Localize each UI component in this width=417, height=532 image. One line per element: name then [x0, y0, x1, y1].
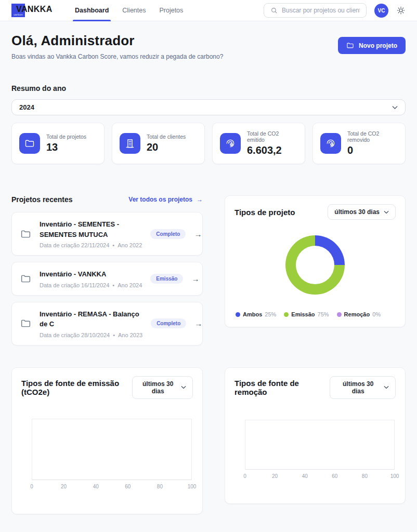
source-charts-row: Tipos de fonte de emissão (tCO2e) último… — [11, 367, 406, 514]
removal-sources-title: Tipos de fonte de remoção — [234, 379, 330, 396]
folder-icon — [20, 229, 31, 240]
axis-tick: 20 — [61, 484, 67, 489]
legend-label: Ambos — [243, 311, 262, 317]
brand-name: VANKKA — [16, 5, 53, 14]
building-icon — [120, 133, 140, 154]
project-card[interactable]: Inventário - REMASA - Balanço de C Data … — [11, 302, 203, 345]
project-types-range-select[interactable]: últimos 30 dias — [328, 204, 396, 220]
project-year: Ano 2024 — [118, 282, 142, 288]
main-nav: Dashboard Clientes Projetos — [75, 0, 183, 21]
stat-label: Total de projetos — [46, 134, 86, 140]
legend-label: Emissão — [291, 311, 315, 317]
legend-dot — [236, 312, 240, 317]
axis-tick: 0 — [30, 484, 33, 489]
project-card[interactable]: Inventário - VANKKA Data de criação 16/1… — [11, 262, 203, 296]
arrow-right-icon[interactable]: → — [191, 274, 199, 283]
top-navbar: carbon VANKKA Dashboard Clientes Projeto… — [0, 0, 417, 21]
brand-logo[interactable]: carbon VANKKA — [11, 3, 59, 18]
nav-item-dashboard[interactable]: Dashboard — [75, 0, 109, 21]
stat-card-co2-removed: Total de CO2 removido 0 — [312, 123, 406, 164]
chevron-down-icon — [181, 385, 186, 389]
emission-range-select[interactable]: últimos 30 dias — [132, 376, 193, 399]
folder-icon — [20, 273, 31, 284]
legend-pct: 25% — [265, 311, 276, 317]
axis-tick: 100 — [188, 484, 197, 489]
emission-sources-title: Tipos de fonte de emissão (tCO2e) — [21, 379, 132, 396]
arrow-right-icon[interactable]: → — [194, 319, 202, 328]
stat-label: Total de CO2 emitido — [247, 130, 297, 143]
search-input[interactable] — [282, 7, 360, 14]
hero-section: Olá, Administrador Boas vindas ao Vankka… — [11, 21, 406, 60]
co2-emitted-icon — [220, 133, 241, 154]
project-types-title: Tipos de projeto — [234, 208, 295, 217]
emission-chart-plot-area — [32, 419, 192, 480]
stat-label: Total de clientes — [147, 134, 186, 140]
removal-sources-panel: Tipos de fonte de remoção últimos 30 dia… — [225, 367, 406, 504]
year-select-value: 2024 — [19, 103, 34, 111]
project-types-donut-chart — [285, 235, 345, 295]
folder-icon — [346, 42, 354, 49]
project-created: Data de criação 22/11/2024 — [40, 242, 109, 248]
range-label: últimos 30 dias — [336, 380, 380, 395]
legend-label: Remoção — [344, 311, 370, 317]
project-types-panel: Tipos de projeto últimos 30 dias Ambos — [225, 195, 406, 327]
stat-card-clients: Total de clientes 20 — [112, 123, 205, 164]
user-avatar[interactable]: VC — [374, 4, 388, 18]
status-badge: Completo — [151, 318, 186, 328]
year-summary-section: Resumo do ano 2024 Total de projetos 13 — [11, 84, 406, 164]
year-select[interactable]: 2024 — [11, 99, 406, 115]
stat-card-projects: Total de projetos 13 — [11, 123, 105, 164]
chevron-down-icon — [384, 210, 389, 214]
recent-projects-column: Projetos recentes Ver todos os projetos … — [11, 195, 203, 352]
page-subtitle: Boas vindas ao Vankka Carbon Score, vamo… — [11, 53, 223, 60]
new-project-button[interactable]: Novo projeto — [338, 37, 406, 54]
legend-pct: 75% — [318, 311, 329, 317]
project-card[interactable]: Inventário - SEMENTES - SEMENTES MUTUCA … — [11, 212, 203, 256]
view-all-label: Ver todos os projetos — [128, 196, 192, 203]
range-label: últimos 30 dias — [139, 380, 177, 395]
legend-item-ambos: Ambos 25% — [236, 311, 276, 317]
axis-tick: 80 — [362, 473, 368, 479]
search-box[interactable] — [264, 3, 367, 18]
co2-removed-icon — [320, 133, 341, 154]
search-icon — [270, 7, 278, 14]
legend-dot — [337, 312, 342, 317]
emission-sources-panel: Tipos de fonte de emissão (tCO2e) último… — [11, 367, 203, 514]
legend-dot — [284, 312, 289, 317]
chevron-down-icon — [392, 105, 398, 110]
folder-icon — [19, 133, 40, 154]
arrow-right-icon[interactable]: → — [194, 230, 202, 238]
stat-label: Total de CO2 removido — [347, 130, 398, 143]
projects-and-types-row: Projetos recentes Ver todos os projetos … — [11, 195, 406, 352]
arrow-right-icon: → — [197, 196, 203, 203]
navbar-right: VC — [264, 3, 406, 18]
stats-row: Total de projetos 13 Total de clientes 2… — [11, 123, 406, 164]
stat-value: 13 — [46, 141, 86, 153]
axis-tick: 100 — [390, 473, 399, 479]
chevron-down-icon — [384, 385, 389, 389]
status-badge: Completo — [150, 229, 186, 239]
nav-item-projetos[interactable]: Projetos — [159, 0, 183, 21]
view-all-projects-link[interactable]: Ver todos os projetos → — [128, 196, 203, 203]
legend-item-emissao: Emissão 75% — [284, 311, 329, 317]
project-title: Inventário - SEMENTES - SEMENTES MUTUCA — [40, 219, 142, 240]
axis-tick: 40 — [93, 484, 99, 489]
summary-title: Resumo do ano — [11, 84, 406, 92]
stat-value: 20 — [147, 141, 186, 153]
emission-chart-x-axis: 0 20 40 60 80 100 — [32, 484, 192, 491]
page-title: Olá, Administrador — [11, 33, 223, 49]
nav-item-clientes[interactable]: Clientes — [122, 0, 146, 21]
folder-icon — [20, 318, 31, 329]
removal-chart-x-axis: 0 20 40 60 80 100 — [245, 473, 395, 481]
new-project-label: Novo projeto — [359, 42, 397, 49]
stat-card-co2-emitted: Total de CO2 emitido 6.603,2 — [212, 123, 305, 164]
range-label: últimos 30 dias — [334, 208, 380, 216]
removal-range-select[interactable]: últimos 30 dias — [330, 376, 396, 399]
project-title: Inventário - REMASA - Balanço de C — [40, 309, 142, 329]
theme-toggle-sun-icon[interactable] — [396, 6, 406, 15]
axis-tick: 20 — [272, 473, 278, 479]
axis-tick: 0 — [243, 473, 246, 479]
meta-bullet: • — [112, 282, 114, 288]
legend-pct: 0% — [372, 311, 381, 317]
legend-item-remocao: Remoção 0% — [337, 311, 381, 317]
